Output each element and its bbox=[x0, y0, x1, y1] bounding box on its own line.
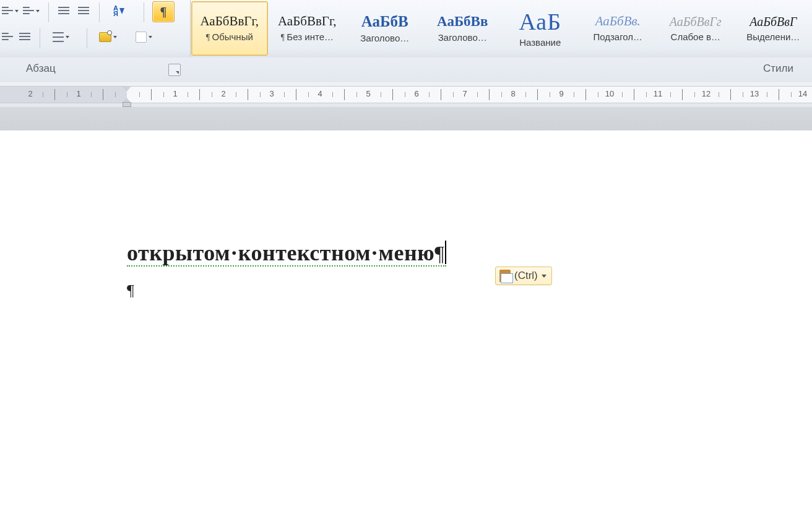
style-tile-7[interactable]: АаБбВвГВыделени… bbox=[735, 1, 812, 56]
style-tile-0[interactable]: АаБбВвГг,Обычный bbox=[191, 1, 268, 56]
style-label: Выделени… bbox=[746, 32, 800, 42]
style-label: Без инте… bbox=[281, 32, 334, 43]
ruler-label: 3 bbox=[269, 89, 274, 98]
align-justify-button[interactable] bbox=[17, 28, 32, 46]
style-sample: АаБ bbox=[519, 10, 561, 33]
increase-indent-icon bbox=[78, 6, 89, 17]
separator bbox=[87, 28, 87, 48]
ribbon-caption-row: Абзац Стили bbox=[0, 58, 812, 83]
ruler-label: 4 bbox=[317, 89, 322, 98]
indent-top-marker[interactable] bbox=[123, 86, 131, 91]
group-caption-paragraph: Абзац bbox=[26, 62, 56, 75]
style-sample: АаБбВ bbox=[361, 14, 408, 29]
separator bbox=[144, 2, 144, 22]
ruler-label: 12 bbox=[702, 89, 710, 98]
numbering-icon bbox=[23, 6, 34, 17]
ruler-label: 1 bbox=[76, 89, 80, 98]
paragraph-dialog-launcher[interactable] bbox=[168, 64, 181, 76]
numbering-button[interactable] bbox=[21, 2, 41, 20]
indent-box-marker[interactable] bbox=[123, 102, 131, 107]
style-tile-5[interactable]: АаБбВв.Подзагол… bbox=[580, 1, 657, 56]
style-sample: АаБбВвГг bbox=[670, 15, 722, 28]
bullets-icon bbox=[2, 6, 13, 17]
text-cursor bbox=[445, 241, 446, 264]
heading-word: меню bbox=[379, 241, 435, 265]
style-tile-3[interactable]: АаБбВвЗаголово… bbox=[425, 1, 501, 56]
ruler-label: 9 bbox=[559, 89, 563, 98]
style-tile-4[interactable]: АаБНазвание bbox=[502, 1, 579, 56]
style-sample: АаБбВв. bbox=[595, 15, 641, 28]
pilcrow-mark: ¶ bbox=[434, 242, 444, 265]
style-sample: АаБбВвГ bbox=[749, 15, 797, 28]
paste-options-button[interactable]: (Ctrl) bbox=[495, 267, 552, 285]
group-paragraph: АЯ ¶ bbox=[0, 0, 191, 57]
style-label: Заголово… bbox=[360, 33, 409, 43]
decrease-indent-button[interactable] bbox=[54, 2, 73, 20]
document-page[interactable]: открытомконтекстномменю¶ ¶ (Ctrl) bbox=[0, 130, 812, 517]
document-heading[interactable]: открытомконтекстномменю¶ bbox=[127, 241, 446, 267]
style-tile-6[interactable]: АаБбВвГгСлабое в… bbox=[657, 1, 734, 56]
style-label: Подзагол… bbox=[593, 32, 642, 42]
ruler-label: 8 bbox=[511, 89, 515, 98]
show-formatting-toggle[interactable]: ¶ bbox=[152, 1, 175, 22]
ruler-label: 7 bbox=[462, 89, 467, 98]
space-dot bbox=[371, 242, 379, 264]
clipboard-icon bbox=[499, 270, 511, 282]
align-justify-icon bbox=[19, 32, 30, 43]
style-sample: АаБбВвГг, bbox=[278, 15, 337, 28]
style-label: Заголово… bbox=[438, 32, 487, 43]
ribbon: АЯ ¶ АаБбВвГг,ОбычныйАаБбВвГг,Без инте…А… bbox=[0, 0, 812, 58]
line-spacing-icon bbox=[53, 32, 64, 43]
group-styles: АаБбВвГг,ОбычныйАаБбВвГг,Без инте…АаБбВЗ… bbox=[191, 0, 812, 57]
style-tile-1[interactable]: АаБбВвГг,Без инте… bbox=[269, 1, 346, 56]
style-tile-2[interactable]: АаБбВЗаголово… bbox=[347, 1, 423, 56]
separator bbox=[48, 2, 49, 22]
style-label: Название bbox=[519, 37, 561, 48]
paste-options-label: (Ctrl) bbox=[514, 270, 538, 282]
sort-icon: АЯ bbox=[113, 6, 124, 17]
style-sample: АаБбВвГг, bbox=[200, 15, 259, 28]
line-spacing-button[interactable] bbox=[46, 28, 76, 46]
shading-button[interactable] bbox=[93, 28, 123, 46]
shading-icon bbox=[99, 32, 111, 42]
group-caption-styles: Стили bbox=[763, 62, 793, 75]
ruler-label: 13 bbox=[750, 89, 759, 98]
ruler-label: 2 bbox=[221, 89, 225, 98]
align-left-icon bbox=[2, 32, 13, 43]
style-label: Слабое в… bbox=[671, 32, 720, 42]
decrease-indent-icon bbox=[58, 6, 69, 17]
style-sample: АаБбВв bbox=[437, 14, 488, 28]
style-label: Обычный bbox=[206, 32, 253, 43]
ruler-label: 11 bbox=[654, 89, 662, 98]
separator bbox=[99, 2, 100, 22]
sort-button[interactable]: АЯ bbox=[105, 2, 132, 20]
borders-button[interactable] bbox=[129, 28, 158, 46]
ruler-label: 6 bbox=[414, 89, 418, 98]
chevron-down-icon bbox=[542, 275, 546, 278]
ruler-label: 14 bbox=[798, 89, 807, 98]
align-left-button[interactable] bbox=[0, 28, 15, 46]
ruler-area: 211234567891011121314 bbox=[0, 82, 812, 108]
ruler-label: 1 bbox=[173, 89, 177, 98]
bullets-button[interactable] bbox=[0, 2, 20, 20]
ruler-label: 2 bbox=[28, 89, 32, 98]
ruler-label: 5 bbox=[366, 89, 370, 98]
ruler-label: 10 bbox=[605, 89, 614, 98]
styles-gallery[interactable]: АаБбВвГг,ОбычныйАаБбВвГг,Без инте…АаБбВЗ… bbox=[191, 0, 812, 57]
page-gap bbox=[0, 107, 812, 131]
horizontal-ruler[interactable]: 211234567891011121314 bbox=[0, 86, 812, 103]
increase-indent-button[interactable] bbox=[74, 2, 93, 20]
empty-paragraph-mark: ¶ bbox=[127, 281, 134, 300]
space-dot bbox=[230, 242, 238, 264]
separator bbox=[40, 28, 40, 48]
borders-icon bbox=[136, 32, 147, 43]
heading-word: контекстном bbox=[238, 241, 371, 265]
heading-word: открытом bbox=[127, 241, 230, 265]
